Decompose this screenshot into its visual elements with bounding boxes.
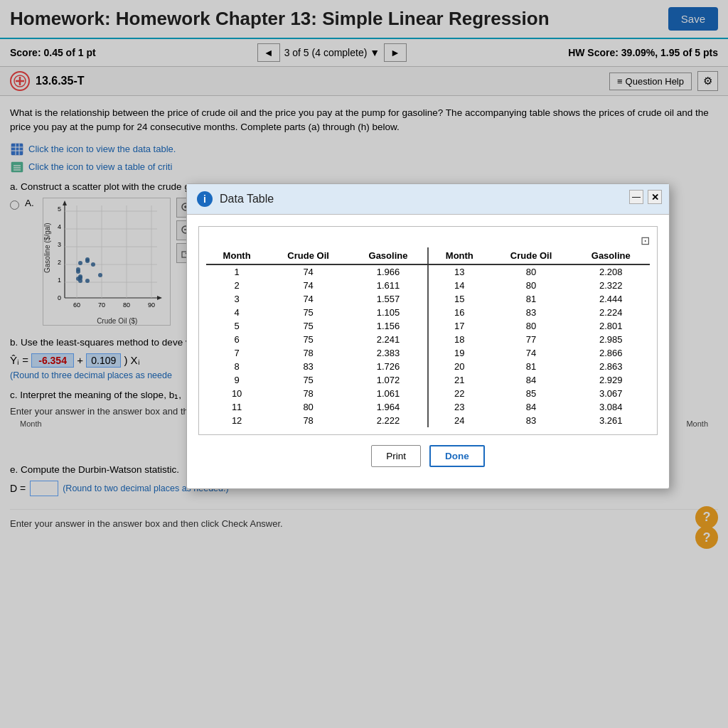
cell-month1: 2 — [206, 279, 267, 292]
cell-crudeoil2: 81 — [491, 360, 572, 373]
cell-gasoline2: 2.224 — [572, 306, 650, 319]
cell-gasoline1: 1.156 — [349, 319, 428, 333]
table-row: 9 75 1.072 21 84 2.929 — [206, 373, 650, 387]
cell-month2: 23 — [428, 400, 491, 414]
cell-gasoline2: 2.322 — [572, 279, 650, 292]
cell-month2: 21 — [428, 373, 491, 387]
table-row: 1 74 1.966 13 80 2.208 — [206, 264, 650, 279]
cell-month2: 24 — [428, 414, 491, 427]
print-button[interactable]: Print — [371, 445, 421, 467]
modal-title: Data Table — [220, 193, 274, 205]
cell-gasoline2: 3.261 — [572, 414, 650, 427]
cell-month1: 8 — [206, 360, 267, 373]
table-row: 11 80 1.964 23 84 3.084 — [206, 400, 650, 414]
done-button[interactable]: Done — [429, 445, 485, 467]
cell-gasoline1: 1.966 — [349, 264, 428, 279]
cell-crudeoil2: 80 — [491, 264, 572, 279]
cell-month1: 6 — [206, 333, 267, 346]
cell-crudeoil1: 75 — [267, 333, 349, 346]
cell-crudeoil2: 81 — [491, 292, 572, 306]
cell-gasoline2: 2.985 — [572, 333, 650, 346]
cell-crudeoil1: 78 — [267, 387, 349, 400]
cell-crudeoil1: 75 — [267, 373, 349, 387]
cell-crudeoil2: 80 — [491, 279, 572, 292]
table-row: 7 78 2.383 19 74 2.866 — [206, 346, 650, 360]
data-table-modal: i Data Table — ✕ ⊡ Month Crude Oil Gasol… — [186, 183, 670, 489]
cell-month2: 13 — [428, 264, 491, 279]
cell-month1: 1 — [206, 264, 267, 279]
cell-crudeoil1: 75 — [267, 319, 349, 333]
cell-crudeoil1: 74 — [267, 264, 349, 279]
cell-gasoline2: 2.866 — [572, 346, 650, 360]
cell-crudeoil1: 80 — [267, 400, 349, 414]
cell-gasoline2: 2.801 — [572, 319, 650, 333]
cell-crudeoil2: 84 — [491, 373, 572, 387]
cell-gasoline2: 3.067 — [572, 387, 650, 400]
cell-month2: 17 — [428, 319, 491, 333]
cell-gasoline1: 2.222 — [349, 414, 428, 427]
cell-crudeoil1: 75 — [267, 306, 349, 319]
col-header-gasoline1: Gasoline — [349, 247, 428, 264]
cell-gasoline1: 1.726 — [349, 360, 428, 373]
cell-month2: 16 — [428, 306, 491, 319]
cell-crudeoil2: 83 — [491, 414, 572, 427]
cell-crudeoil2: 74 — [491, 346, 572, 360]
cell-crudeoil1: 74 — [267, 279, 349, 292]
table-row: 4 75 1.105 16 83 2.224 — [206, 306, 650, 319]
table-body: 1 74 1.966 13 80 2.208 2 74 1.611 14 80 … — [206, 264, 650, 427]
modal-info-icon: i — [197, 191, 213, 207]
modal-body: ⊡ Month Crude Oil Gasoline Month Crude O… — [187, 215, 669, 488]
cell-gasoline1: 1.611 — [349, 279, 428, 292]
cell-gasoline1: 1.964 — [349, 400, 428, 414]
modal-table-container: ⊡ Month Crude Oil Gasoline Month Crude O… — [198, 226, 658, 435]
cell-crudeoil2: 83 — [491, 306, 572, 319]
table-row: 6 75 2.241 18 77 2.985 — [206, 333, 650, 346]
cell-month1: 12 — [206, 414, 267, 427]
modal-minimize-button[interactable]: — — [629, 190, 643, 204]
cell-gasoline1: 1.072 — [349, 373, 428, 387]
cell-crudeoil2: 84 — [491, 400, 572, 414]
col-header-gasoline2: Gasoline — [572, 247, 650, 264]
cell-month1: 7 — [206, 346, 267, 360]
cell-crudeoil2: 80 — [491, 319, 572, 333]
cell-crudeoil1: 74 — [267, 292, 349, 306]
cell-gasoline2: 2.208 — [572, 264, 650, 279]
cell-crudeoil2: 77 — [491, 333, 572, 346]
cell-gasoline2: 3.084 — [572, 400, 650, 414]
cell-month2: 20 — [428, 360, 491, 373]
data-table: Month Crude Oil Gasoline Month Crude Oil… — [206, 247, 650, 427]
table-row: 12 78 2.222 24 83 3.261 — [206, 414, 650, 427]
table-row: 10 78 1.061 22 85 3.067 — [206, 387, 650, 400]
cell-month1: 10 — [206, 387, 267, 400]
modal-close-button[interactable]: ✕ — [648, 190, 662, 204]
table-row: 8 83 1.726 20 81 2.863 — [206, 360, 650, 373]
cell-crudeoil1: 78 — [267, 346, 349, 360]
cell-gasoline2: 2.444 — [572, 292, 650, 306]
cell-gasoline2: 2.863 — [572, 360, 650, 373]
table-row: 5 75 1.156 17 80 2.801 — [206, 319, 650, 333]
cell-gasoline1: 1.105 — [349, 306, 428, 319]
cell-gasoline1: 2.383 — [349, 346, 428, 360]
table-row: 2 74 1.611 14 80 2.322 — [206, 279, 650, 292]
col-header-month1: Month — [206, 247, 267, 264]
cell-month2: 22 — [428, 387, 491, 400]
col-header-crudeoil1: Crude Oil — [267, 247, 349, 264]
cell-month2: 14 — [428, 279, 491, 292]
cell-month2: 18 — [428, 333, 491, 346]
col-header-month2: Month — [428, 247, 491, 264]
table-row: 3 74 1.557 15 81 2.444 — [206, 292, 650, 306]
cell-crudeoil1: 78 — [267, 414, 349, 427]
cell-crudeoil1: 83 — [267, 360, 349, 373]
cell-gasoline2: 2.929 — [572, 373, 650, 387]
col-header-crudeoil2: Crude Oil — [491, 247, 572, 264]
cell-month2: 15 — [428, 292, 491, 306]
expand-icon[interactable]: ⊡ — [641, 234, 650, 247]
cell-month1: 3 — [206, 292, 267, 306]
cell-month1: 5 — [206, 319, 267, 333]
cell-month1: 9 — [206, 373, 267, 387]
cell-month1: 11 — [206, 400, 267, 414]
modal-footer: Print Done — [198, 445, 658, 477]
cell-gasoline1: 1.557 — [349, 292, 428, 306]
cell-gasoline1: 2.241 — [349, 333, 428, 346]
cell-crudeoil2: 85 — [491, 387, 572, 400]
